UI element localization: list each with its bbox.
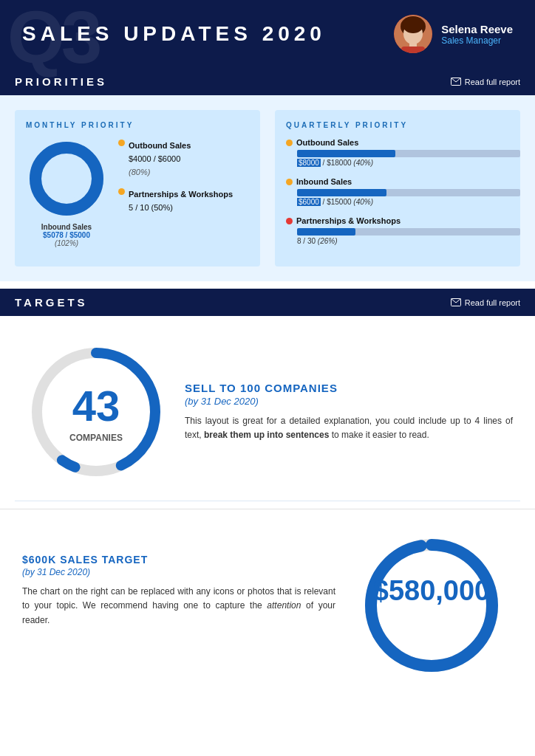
target1-description: This layout is great for a detailed expl… [185,414,513,442]
monthly-item-1: Outbound Sales $4000 / $6000 (80%) [118,138,249,178]
target2-value: $580,000 [373,575,491,606]
user-profile: Selena Reeve Sales Manager [394,15,513,53]
item2-value: 5 / 10 (50%) [129,203,173,212]
monthly-label: MONTHLY PRIORITY [26,121,249,129]
target1-info: SELL TO 100 COMPANIES (by 31 Dec 2020) T… [185,382,513,442]
q-dot-3 [286,218,293,224]
target2-main-title: $600K SALES TARGET [22,554,335,566]
monthly-donut-wrapper: Inbound Sales $5078 / $5000 (102%) [26,138,107,247]
dot-orange-2 [118,188,125,195]
inbound-pct: (102%) [26,239,107,247]
divider [15,501,520,501]
inbound-value: $5078 / $5000 [26,231,107,239]
page-title: SALES UPDATES 2020 [22,22,326,46]
monthly-inner: Inbound Sales $5078 / $5000 (102%) [26,138,249,247]
quarterly-priority: QUARTERLY PRIORITY Outbound Sales $8000 … [275,110,520,267]
q-dot-1 [286,140,293,146]
q-item2-header: Inbound Sales [286,177,509,186]
q-bar-fill-3 [297,228,355,236]
user-role: Sales Manager [441,35,513,46]
q-item3-title: Partnerships & Workshops [296,216,401,225]
dot-orange-1 [118,140,125,146]
target1-gauge: 43 COMPANIES [22,338,170,486]
avatar [394,15,432,53]
target1-unit: COMPANIES [69,433,123,443]
quarterly-item-3: Partnerships & Workshops 8 / 30 (26%) [286,216,509,245]
item1-value: $4000 / $6000 [129,154,180,163]
quarterly-label: QUARTERLY PRIORITY [286,121,509,129]
q-bar-fill-2 [297,189,386,196]
priorities-content: MONTHLY PRIORITY Inboun [0,95,535,281]
targets-read-report[interactable]: Read full report [451,298,520,307]
target2-gauge: $580,000 [350,524,513,657]
target2-description: The chart on the right can be replaced w… [22,585,335,628]
quarterly-item-1: Outbound Sales $8000 / $18000 (40%) [286,138,509,167]
targets-section: 43 COMPANIES SELL TO 100 COMPANIES (by 3… [0,316,535,679]
item1-title: Outbound Sales [129,141,191,150]
target2-info: $600K SALES TARGET (by 31 Dec 2020) The … [22,554,335,628]
priorities-read-report[interactable]: Read full report [451,78,520,86]
q-item3-header: Partnerships & Workshops [286,216,509,225]
q-bar-fill-1 [297,150,395,157]
monthly-priority: MONTHLY PRIORITY Inboun [15,110,260,267]
page-header: Q3 SALES UPDATES 2020 Selena Reeve Sales… [0,0,535,68]
target1-main-title: SELL TO 100 COMPANIES [185,382,513,394]
monthly-items: Outbound Sales $4000 / $6000 (80%) Partn… [118,138,249,222]
target1-content: 43 COMPANIES SELL TO 100 COMPANIES (by 3… [0,316,535,501]
donut-label: Inbound Sales $5078 / $5000 (102%) [26,223,107,247]
svg-point-5 [403,17,423,33]
user-name: Selena Reeve [441,23,513,35]
user-info: Selena Reeve Sales Manager [441,23,513,46]
monthly-item-2: Partnerships & Workshops 5 / 10 (50%) [118,187,249,213]
targets-title: TARGETS [15,296,88,309]
q-item2-title: Inbound Sales [296,177,352,186]
q-bar-label-3: 8 / 30 (26%) [297,237,509,245]
item2-title: Partnerships & Workshops [129,190,233,199]
quarterly-item-2: Inbound Sales $6000 / $15000 (40%) [286,177,509,206]
q-bar-track-3 [297,228,520,236]
q-item1-header: Outbound Sales [286,138,509,147]
q-bar-label-1: $8000 / $18000 (40%) [297,159,509,167]
target1-subtitle: (by 31 Dec 2020) [185,396,513,407]
q-bar-label-2: $6000 / $15000 (40%) [297,198,509,206]
email-icon-2 [451,298,461,306]
priorities-section: MONTHLY PRIORITY Inboun [0,95,535,281]
q-bar-track-1 [297,150,520,157]
svg-rect-3 [409,41,417,47]
target1-number: 43 [72,382,120,430]
q-bar-track-2 [297,189,520,196]
email-icon [451,78,461,86]
svg-point-9 [46,158,87,199]
target2-content: $600K SALES TARGET (by 31 Dec 2020) The … [0,509,535,679]
q-dot-2 [286,179,293,185]
svg-rect-4 [401,47,425,53]
targets-header: TARGETS Read full report [0,289,535,316]
q-item1-title: Outbound Sales [296,138,358,147]
monthly-donut [26,138,107,219]
target2-subtitle: (by 31 Dec 2020) [22,567,335,577]
item1-pct: (80%) [129,168,150,176]
inbound-label: Inbound Sales [26,223,107,231]
